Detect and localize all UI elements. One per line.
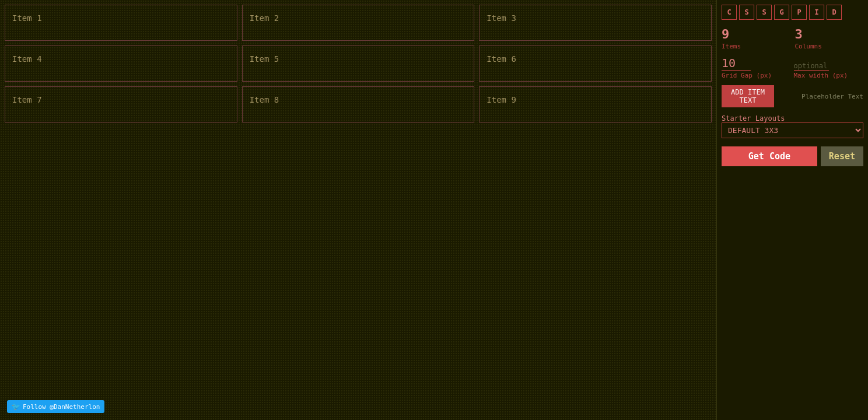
icon-row: CSSGPID [722,5,863,20]
icon-i-5[interactable]: I [809,5,824,20]
icon-p-4[interactable]: P [792,5,807,20]
grid-item-7[interactable]: Item 7 [5,86,237,123]
items-control: 9 Items [722,27,790,50]
icon-s-2[interactable]: S [757,5,772,20]
icon-s-1[interactable]: S [739,5,754,20]
items-label: Items [722,43,790,50]
grid-container: Item 1Item 2Item 3Item 4Item 5Item 6Item… [5,5,712,123]
starter-layouts-select[interactable]: DEFAULT 3X32X24X4 [722,123,863,138]
twitter-label: Follow @DanNetherlon [23,403,100,411]
action-row: Get Code Reset [722,146,863,166]
items-value: 9 [722,27,790,41]
grid-item-9[interactable]: Item 9 [479,86,712,123]
grid-item-8[interactable]: Item 8 [242,86,475,123]
icon-d-6[interactable]: D [827,5,842,20]
max-width-control: Max width (px) [794,62,864,79]
twitter-follow[interactable]: 🐦 Follow @DanNetherlon [7,400,104,413]
sidebar: CSSGPID 9 Items 3 Columns Grid Gap (px) … [716,0,868,420]
grid-gap-row: Grid Gap (px) Max width (px) [722,56,863,79]
grid-item-3[interactable]: Item 3 [479,5,712,41]
starter-layouts-label: Starter Layouts [722,114,863,123]
grid-gap-input[interactable] [722,56,751,71]
grid-gap-label: Grid Gap (px) [722,72,792,79]
columns-label: Columns [795,43,864,50]
grid-item-1[interactable]: Item 1 [5,5,237,41]
items-columns-row: 9 Items 3 Columns [722,27,863,50]
grid-item-4[interactable]: Item 4 [5,46,237,82]
max-width-label: Max width (px) [794,72,864,79]
starter-layouts-section: Starter Layouts DEFAULT 3X32X24X4 [722,113,863,138]
reset-button[interactable]: Reset [821,146,863,166]
icon-c-0[interactable]: C [722,5,737,20]
max-width-input[interactable] [794,62,829,71]
add-item-button[interactable]: ADD ITEM TEXT [722,85,774,107]
grid-gap-control: Grid Gap (px) [722,56,792,79]
get-code-button[interactable]: Get Code [722,146,817,166]
grid-item-2[interactable]: Item 2 [242,5,475,41]
twitter-icon: 🐦 [12,402,20,411]
grid-item-6[interactable]: Item 6 [479,46,712,82]
columns-value: 3 [795,27,864,41]
main-area: Item 1Item 2Item 3Item 4Item 5Item 6Item… [0,0,716,420]
add-item-row: ADD ITEM TEXT Placeholder Text [722,85,863,107]
columns-control: 3 Columns [795,27,864,50]
icon-g-3[interactable]: G [774,5,789,20]
grid-item-5[interactable]: Item 5 [242,46,475,82]
placeholder-text-label: Placeholder Text [778,93,863,100]
